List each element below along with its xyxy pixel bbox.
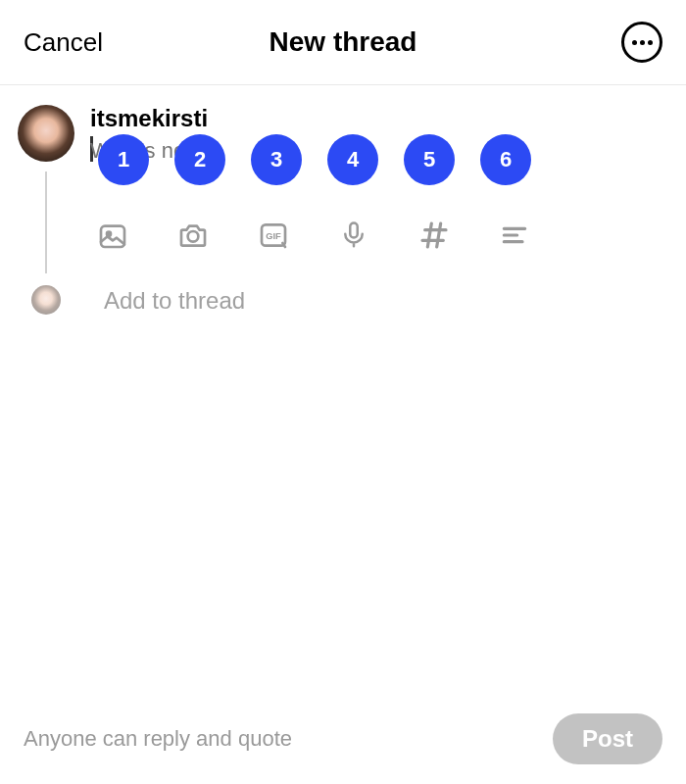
annotation-5: 5	[404, 134, 455, 185]
page-title: New thread	[270, 26, 417, 58]
poll-icon[interactable]	[498, 219, 531, 252]
footer: Anyone can reply and quote Post	[0, 696, 686, 784]
svg-text:GIF: GIF	[266, 231, 281, 241]
avatar[interactable]	[18, 105, 74, 162]
svg-point-2	[188, 231, 199, 242]
attachment-toolbar: GIF	[90, 219, 662, 252]
gif-icon[interactable]: GIF	[257, 219, 290, 252]
hashtag-icon[interactable]	[417, 219, 451, 252]
mic-icon[interactable]	[337, 219, 370, 252]
svg-rect-5	[350, 223, 358, 238]
thread-connector-line	[45, 172, 47, 273]
annotation-1: 1	[98, 134, 149, 185]
cancel-button[interactable]: Cancel	[24, 27, 103, 58]
header: Cancel New thread	[0, 0, 686, 85]
annotation-2: 2	[174, 134, 225, 185]
camera-icon[interactable]	[176, 219, 210, 252]
annotation-6: 6	[480, 134, 531, 185]
svg-rect-0	[101, 226, 124, 247]
gallery-icon[interactable]	[96, 219, 129, 252]
annotation-4: 4	[327, 134, 378, 185]
more-options-button[interactable]	[621, 22, 662, 63]
avatar-small	[31, 285, 61, 315]
reply-settings-button[interactable]: Anyone can reply and quote	[24, 726, 292, 752]
annotation-3: 3	[251, 134, 302, 185]
post-button[interactable]: Post	[553, 713, 662, 764]
add-to-thread-row[interactable]: Add to thread	[0, 287, 662, 315]
compose-area: itsmekirsti	[0, 85, 686, 315]
add-to-thread-label: Add to thread	[104, 287, 245, 315]
username: itsmekirsti	[90, 105, 662, 132]
